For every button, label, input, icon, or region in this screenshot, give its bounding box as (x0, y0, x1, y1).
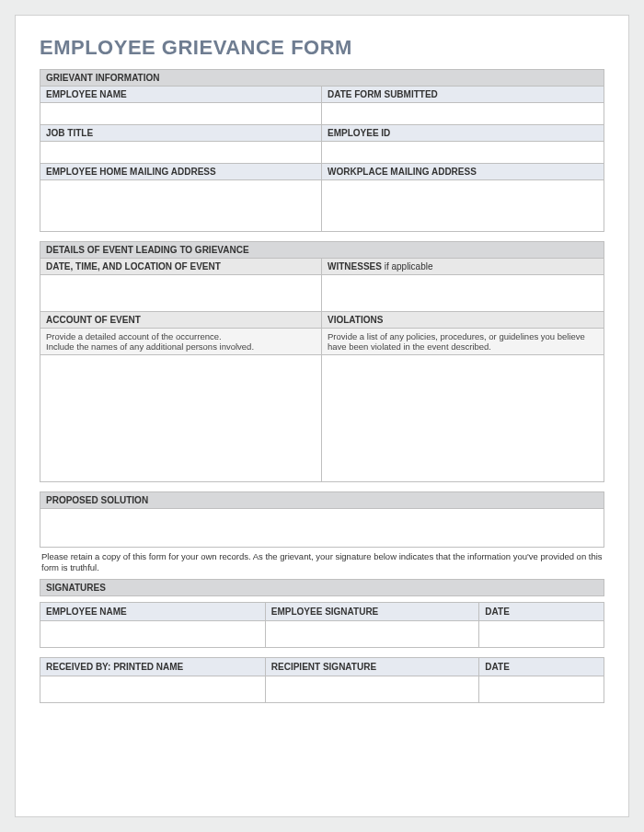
solution-input[interactable] (40, 509, 604, 547)
signatures-section-header: SIGNATURES (40, 579, 604, 596)
job-title-label: JOB TITLE (40, 125, 322, 142)
account-label: ACCOUNT OF EVENT (40, 312, 322, 329)
account-input[interactable] (40, 355, 321, 481)
home-address-input[interactable] (40, 180, 321, 231)
sig-recv-input[interactable] (40, 676, 265, 702)
home-address-label: EMPLOYEE HOME MAILING ADDRESS (40, 164, 322, 180)
solution-section-header: PROPOSED SOLUTION (40, 491, 604, 509)
job-title-input[interactable] (40, 142, 321, 163)
violations-hint: Provide a list of any policies, procedur… (322, 329, 604, 355)
sig-recip-sig-input[interactable] (266, 676, 479, 702)
sig-recv-label: RECEIVED BY: PRINTED NAME (40, 658, 266, 676)
sig-emp-sig-label: EMPLOYEE SIGNATURE (266, 603, 480, 621)
employee-name-label: EMPLOYEE NAME (40, 87, 322, 103)
form-page: EMPLOYEE GRIEVANCE FORM GRIEVANT INFORMA… (15, 15, 629, 817)
sig-emp-name-input[interactable] (40, 621, 265, 647)
datetime-label: DATE, TIME, AND LOCATION OF EVENT (40, 259, 322, 275)
violations-label: VIOLATIONS (322, 312, 604, 329)
date-submitted-label: DATE FORM SUBMITTED (322, 87, 604, 103)
recipient-signature-table: RECEIVED BY: PRINTED NAME RECIPIENT SIGN… (40, 657, 604, 703)
sig-emp-sig-input[interactable] (266, 621, 479, 647)
date-submitted-input[interactable] (322, 103, 604, 124)
sig-date2-label: DATE (479, 658, 604, 676)
account-hint: Provide a detailed account of the occurr… (40, 329, 322, 355)
page-title: EMPLOYEE GRIEVANCE FORM (40, 36, 604, 60)
employee-id-label: EMPLOYEE ID (322, 125, 604, 142)
witnesses-input[interactable] (322, 275, 604, 311)
sig-date2-input[interactable] (479, 676, 604, 702)
sig-recip-sig-label: RECIPIENT SIGNATURE (266, 658, 480, 676)
work-address-input[interactable] (322, 180, 604, 231)
employee-id-input[interactable] (322, 142, 604, 163)
employee-signature-table: EMPLOYEE NAME EMPLOYEE SIGNATURE DATE (40, 602, 604, 648)
datetime-input[interactable] (40, 275, 321, 311)
sig-emp-name-label: EMPLOYEE NAME (40, 603, 266, 621)
sig-date-input[interactable] (479, 621, 604, 647)
witnesses-label: WITNESSES if applicable (322, 259, 604, 275)
sig-date-label: DATE (479, 603, 604, 621)
grievant-section-header: GRIEVANT INFORMATION (40, 69, 604, 87)
violations-input[interactable] (322, 355, 604, 481)
retention-note: Please retain a copy of this form for yo… (40, 548, 604, 579)
employee-name-input[interactable] (40, 103, 321, 124)
work-address-label: WORKPLACE MAILING ADDRESS (322, 164, 604, 180)
details-section-header: DETAILS OF EVENT LEADING TO GRIEVANCE (40, 241, 604, 259)
